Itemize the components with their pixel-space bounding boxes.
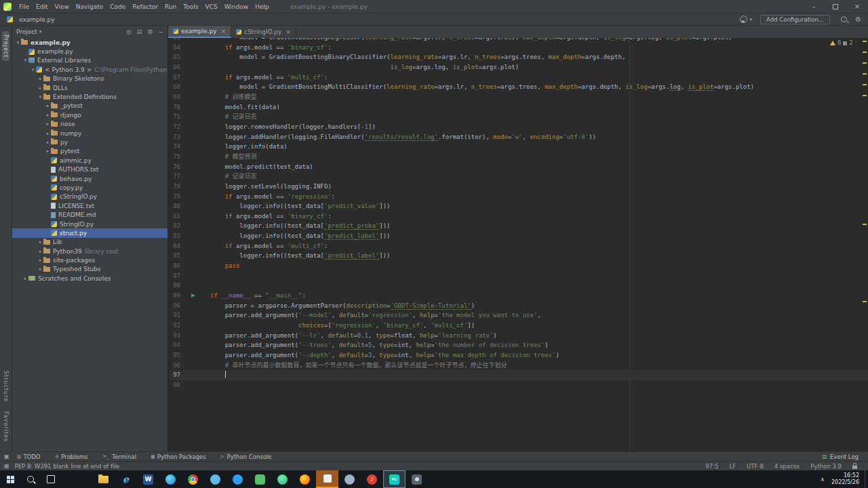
code-line[interactable]: 92 choices=['regression', 'binary_cf', '…: [170, 321, 868, 331]
code-line[interactable]: 94 parser.add_argument('--trees', defaul…: [170, 340, 868, 350]
tree-item[interactable]: copy.py: [12, 183, 167, 192]
tool-window-console-button[interactable]: ▷Python Console: [221, 453, 272, 460]
tree-item[interactable]: behave.py: [12, 174, 167, 183]
line-number[interactable]: 76: [170, 162, 180, 172]
status-message[interactable]: PEP 8: W391 blank line at end of file: [15, 463, 119, 470]
line-number[interactable]: 92: [170, 321, 180, 331]
tree-item[interactable]: ▾< Python 3.9 >C:\Program Files\Python39…: [12, 65, 167, 74]
code-line[interactable]: 98: [170, 380, 868, 390]
tree-expand-icon[interactable]: ▸: [37, 249, 43, 254]
add-configuration-button[interactable]: Add Configuration...: [760, 15, 830, 24]
tree-item[interactable]: ▸_pytest: [12, 102, 167, 110]
line-number[interactable]: 75: [170, 152, 180, 162]
tree-item[interactable]: ▸DLLs: [12, 83, 167, 92]
interpreter-widget[interactable]: Python 3.9: [810, 463, 842, 470]
editor-tab[interactable]: example.py×: [168, 26, 231, 38]
tree-expand-icon[interactable]: ▸: [37, 85, 43, 91]
line-number[interactable]: 70: [170, 102, 180, 113]
tree-expand-icon[interactable]: ▸: [37, 266, 43, 272]
line-number[interactable]: 64: [170, 43, 180, 53]
taskbar-app-firefox[interactable]: [294, 470, 316, 488]
tool-window-todo-button[interactable]: ▤TODO: [18, 453, 41, 460]
close-button[interactable]: ×: [846, 0, 868, 13]
start-button[interactable]: [0, 470, 20, 488]
code-line[interactable]: 80 logger.info((test_data['predict_value…: [170, 201, 868, 211]
tool-window-problems-button[interactable]: ⊘Problems: [56, 453, 88, 460]
tree-item[interactable]: ▾example.py: [12, 38, 167, 47]
line-number[interactable]: 80: [170, 201, 180, 211]
menu-refactor[interactable]: Refactor: [129, 3, 161, 10]
event-log-button[interactable]: ▥ Event Log: [822, 453, 859, 460]
taskbar-search-button[interactable]: [20, 470, 41, 488]
read-only-lock-icon[interactable]: [852, 466, 857, 469]
tool-stripe-project[interactable]: Project: [2, 31, 9, 61]
line-separator-widget[interactable]: LF: [729, 463, 736, 470]
close-tab-icon[interactable]: ×: [221, 28, 226, 35]
tree-item[interactable]: ▸Lib: [12, 238, 167, 247]
tree-item[interactable]: StringIO.py: [12, 220, 167, 228]
indent-widget[interactable]: 4 spaces: [774, 463, 800, 470]
line-number[interactable]: 68: [170, 82, 180, 92]
code-line[interactable]: 65 model = GradientBoostingBinaryClassif…: [170, 52, 868, 62]
tree-item[interactable]: struct.py: [12, 228, 167, 237]
menu-view[interactable]: View: [52, 3, 73, 10]
line-number[interactable]: 94: [170, 340, 180, 350]
tree-expand-icon[interactable]: ▸: [45, 103, 51, 108]
taskbar-clock[interactable]: 16:52 2022/5/26: [831, 472, 859, 486]
line-number[interactable]: 89: [170, 291, 180, 301]
taskbar-app-chrome[interactable]: [182, 470, 204, 488]
editor[interactable]: 63 model = GradientBoostingRegressor(lea…: [168, 38, 868, 451]
code-line[interactable]: 88: [170, 281, 868, 291]
taskbar-app-snipping-tool[interactable]: [316, 470, 338, 488]
tree-collapse-icon[interactable]: ▾: [30, 67, 36, 73]
tree-item[interactable]: AUTHORS.txt: [12, 165, 167, 174]
line-number[interactable]: 71: [170, 112, 180, 122]
line-number[interactable]: 83: [170, 231, 180, 241]
line-number[interactable]: 78: [170, 182, 180, 192]
code-with-me-icon[interactable]: [740, 16, 747, 23]
line-number[interactable]: 84: [170, 241, 180, 251]
code-line[interactable]: 71 # 记录日志: [170, 112, 868, 122]
line-number[interactable]: 74: [170, 142, 180, 152]
code-line[interactable]: 76 model.predict(test_data): [170, 162, 868, 172]
line-number[interactable]: 85: [170, 251, 180, 261]
line-number[interactable]: 79: [170, 192, 180, 202]
tree-expand-icon[interactable]: ▸: [45, 113, 51, 118]
code-line[interactable]: 90 parser = argparse.ArgumentParser(desc…: [170, 301, 868, 311]
taskbar-app-pycharm[interactable]: [383, 470, 406, 488]
tree-item[interactable]: ▸Python39library root: [12, 247, 167, 256]
search-everywhere-icon[interactable]: [841, 16, 847, 22]
line-number[interactable]: 98: [170, 380, 180, 390]
code-line[interactable]: 89if __name__ == "__main__":: [170, 291, 868, 301]
menu-run[interactable]: Run: [161, 3, 180, 10]
code-line[interactable]: 68 model = GradientBoostingMultiClassifi…: [170, 82, 868, 92]
tree-item[interactable]: ▸Scratches and Consoles: [12, 274, 167, 283]
tray-chevron-icon[interactable]: ∧: [821, 476, 825, 483]
line-number[interactable]: 63: [170, 38, 180, 43]
code-line[interactable]: 64 if args.model == 'binary_cf':: [170, 43, 868, 53]
menu-code[interactable]: Code: [106, 3, 129, 10]
tree-expand-icon[interactable]: ▸: [37, 239, 43, 245]
code-line[interactable]: 96 # 非叶节点的最小数据数目，如果一个节点只有一个数据，那么该节点就是一个叶…: [170, 361, 868, 371]
taskbar-app-qq[interactable]: [204, 470, 226, 488]
taskbar-app-word[interactable]: [137, 470, 159, 488]
settings-gear-icon[interactable]: ⚙: [855, 16, 861, 23]
tree-item[interactable]: LICENSE.txt: [12, 201, 167, 210]
tool-windows-icon[interactable]: ▣: [4, 453, 9, 460]
tree-item[interactable]: ▸Typeshed Stubs: [12, 265, 167, 274]
line-number[interactable]: 91: [170, 310, 180, 321]
tree-item[interactable]: ▸site-packages: [12, 256, 167, 264]
status-grid-icon[interactable]: ▦: [4, 463, 9, 469]
line-number[interactable]: 72: [170, 122, 180, 132]
run-icon[interactable]: [191, 293, 195, 298]
line-number[interactable]: 93: [170, 331, 180, 341]
tree-expand-icon[interactable]: ▸: [45, 140, 51, 145]
menu-tools[interactable]: Tools: [180, 3, 201, 10]
menu-file[interactable]: File: [16, 3, 33, 10]
line-number[interactable]: 90: [170, 301, 180, 311]
editor-tab[interactable]: cStringIO.py×: [231, 26, 296, 38]
tree-item[interactable]: ▾External Libraries: [12, 56, 167, 65]
code-line[interactable]: 93 parser.add_argument('--lr', default=0…: [170, 331, 868, 341]
code-line[interactable]: 84 if args.model == 'multi_cf':: [170, 241, 868, 251]
tree-item[interactable]: ▸Binary Skeletons: [12, 75, 167, 83]
